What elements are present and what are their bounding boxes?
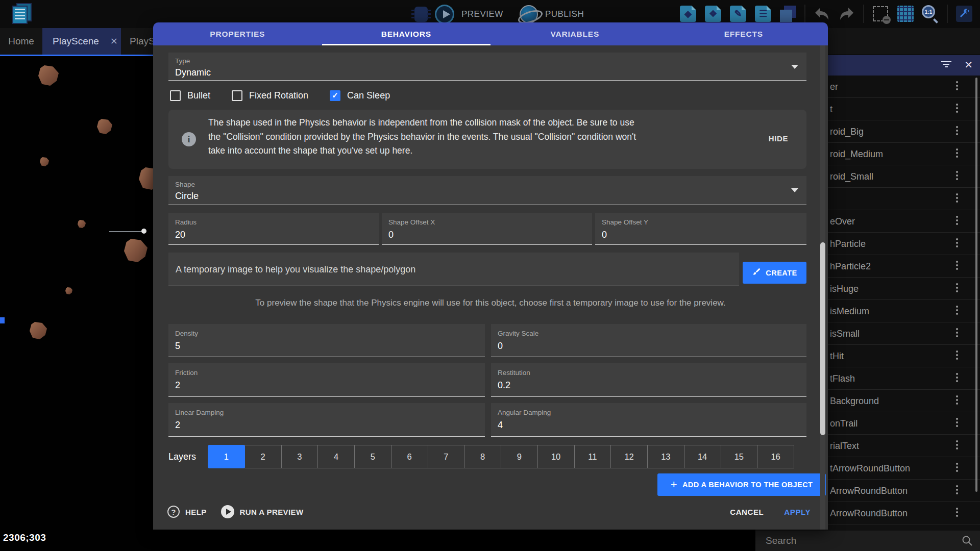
kebab-menu-icon[interactable] (955, 306, 959, 316)
kebab-menu-icon[interactable] (955, 440, 959, 451)
tab-variables[interactable]: VARIABLES (491, 22, 659, 45)
kebab-menu-icon[interactable] (955, 193, 959, 204)
dialog-scrollbar-thumb[interactable] (820, 242, 825, 435)
kebab-menu-icon[interactable] (955, 261, 959, 271)
kebab-menu-icon[interactable] (955, 283, 959, 294)
undo-icon[interactable] (813, 5, 830, 22)
objects-editor-icon[interactable]: ◆ (679, 5, 697, 22)
tab-properties[interactable]: PROPERTIES (153, 22, 322, 45)
kebab-menu-icon[interactable] (955, 463, 959, 473)
restitution-field[interactable]: Restitution 0.2 (491, 363, 806, 397)
publish-globe-icon[interactable] (520, 5, 538, 23)
layer-button[interactable]: 14 (684, 445, 721, 468)
can-sleep-checkbox[interactable]: ✓ (330, 90, 340, 101)
object-name: tHit (830, 345, 844, 367)
object-name: roid_Small (830, 165, 873, 188)
publish-button[interactable]: PUBLISH (545, 9, 584, 19)
type-select[interactable]: Type Dynamic (168, 53, 806, 81)
can-sleep-checkbox-group[interactable]: ✓ Can Sleep (330, 90, 390, 101)
run-preview-button[interactable]: RUN A PREVIEW (221, 505, 304, 518)
shape-select[interactable]: Shape Circle (168, 176, 806, 205)
fixed-rotation-checkbox[interactable] (232, 90, 242, 101)
grid-icon[interactable] (897, 5, 914, 22)
add-behavior-button[interactable]: + ADD A BEHAVIOR TO THE OBJECT (657, 473, 826, 496)
layer-button[interactable]: 13 (647, 445, 684, 468)
layer-button[interactable]: 15 (721, 445, 758, 468)
layer-button[interactable]: 1 (208, 445, 245, 468)
kebab-menu-icon[interactable] (955, 350, 959, 361)
object-list-scrollbar[interactable] (975, 78, 977, 492)
kebab-menu-icon[interactable] (955, 216, 959, 227)
radius-field[interactable]: Radius 20 (168, 213, 379, 245)
kebab-menu-icon[interactable] (955, 148, 959, 159)
layer-button[interactable]: 5 (354, 445, 391, 468)
angular-damping-field[interactable]: Angular Damping 4 (491, 403, 806, 437)
object-search-bar (755, 531, 980, 551)
layer-button[interactable]: 4 (317, 445, 355, 468)
zoom-reset-icon[interactable]: 1:1 (922, 5, 939, 22)
kebab-menu-icon[interactable] (955, 395, 959, 406)
selection-mask-icon[interactable] (872, 5, 889, 22)
hide-button[interactable]: HIDE (769, 134, 788, 143)
kebab-menu-icon[interactable] (955, 81, 959, 92)
object-name: t (830, 98, 832, 120)
selection-handle[interactable] (141, 229, 146, 234)
layer-button[interactable]: 9 (501, 445, 538, 468)
layer-button[interactable]: 6 (391, 445, 428, 468)
kebab-menu-icon[interactable] (955, 418, 959, 429)
properties-pencil-icon[interactable]: ✎ (729, 5, 747, 22)
layer-button[interactable]: 11 (574, 445, 611, 468)
shape-offset-y-field[interactable]: Shape Offset Y 0 (595, 213, 806, 245)
search-input[interactable] (766, 533, 949, 549)
preview-play-icon[interactable] (435, 5, 454, 24)
settings-wrench-icon[interactable] (955, 5, 973, 22)
redo-icon[interactable] (838, 5, 855, 22)
project-manager-icon[interactable] (12, 3, 36, 27)
layer-button[interactable]: 16 (757, 445, 794, 468)
fixed-rotation-checkbox-group[interactable]: Fixed Rotation (232, 90, 308, 101)
friction-field[interactable]: Friction 2 (168, 363, 485, 397)
layer-button[interactable]: 2 (244, 445, 282, 468)
kebab-menu-icon[interactable] (955, 508, 959, 518)
kebab-menu-icon[interactable] (955, 171, 959, 182)
cancel-button[interactable]: CANCEL (730, 508, 764, 516)
kebab-menu-icon[interactable] (955, 485, 959, 496)
help-button[interactable]: ? HELP (167, 506, 207, 518)
bullet-checkbox[interactable] (170, 90, 181, 101)
layer-button[interactable]: 10 (537, 445, 575, 468)
tab-playscene[interactable]: PlayScene ✕ (42, 28, 121, 55)
preview-button[interactable]: PREVIEW (461, 9, 503, 19)
bullet-checkbox-group[interactable]: Bullet (170, 90, 210, 101)
play-circle-icon (221, 505, 234, 518)
kebab-menu-icon[interactable] (955, 104, 959, 114)
close-icon[interactable]: ✕ (964, 59, 973, 71)
filter-icon[interactable] (941, 61, 951, 69)
tab-home[interactable]: Home (0, 28, 42, 55)
kebab-menu-icon[interactable] (955, 373, 959, 384)
layer-button[interactable]: 8 (464, 445, 501, 468)
tab-behaviors[interactable]: BEHAVIORS (322, 22, 491, 45)
debug-icon[interactable] (414, 7, 428, 22)
apply-button[interactable]: APPLY (784, 508, 811, 516)
temp-image-field[interactable]: A temporary image to help you visualize … (168, 253, 739, 286)
info-banner: i The shape used in the Physics behavior… (168, 110, 806, 169)
kebab-menu-icon[interactable] (955, 126, 959, 137)
object-groups-icon[interactable]: ❖ (704, 5, 722, 22)
layers-icon[interactable] (779, 5, 797, 22)
close-tab-icon[interactable]: ✕ (110, 36, 118, 47)
gravity-scale-field[interactable]: Gravity Scale 0 (491, 324, 806, 357)
shape-offset-x-field[interactable]: Shape Offset X 0 (382, 213, 592, 245)
kebab-menu-icon[interactable] (955, 328, 959, 339)
layer-button[interactable]: 7 (428, 445, 465, 468)
instances-list-icon[interactable]: ☰ (754, 5, 772, 22)
kebab-menu-icon[interactable] (955, 238, 959, 249)
physics-flags-row: Bullet Fixed Rotation ✓ Can Sleep (170, 89, 390, 102)
linear-damping-field[interactable]: Linear Damping 2 (168, 403, 485, 437)
toolbar-separator (947, 5, 948, 23)
density-field[interactable]: Density 5 (168, 324, 485, 357)
tab-effects[interactable]: EFFECTS (659, 22, 828, 45)
layer-button[interactable]: 3 (281, 445, 318, 468)
layer-button[interactable]: 12 (610, 445, 648, 468)
create-button[interactable]: CREATE (743, 262, 806, 284)
object-name: rialText (830, 435, 859, 457)
